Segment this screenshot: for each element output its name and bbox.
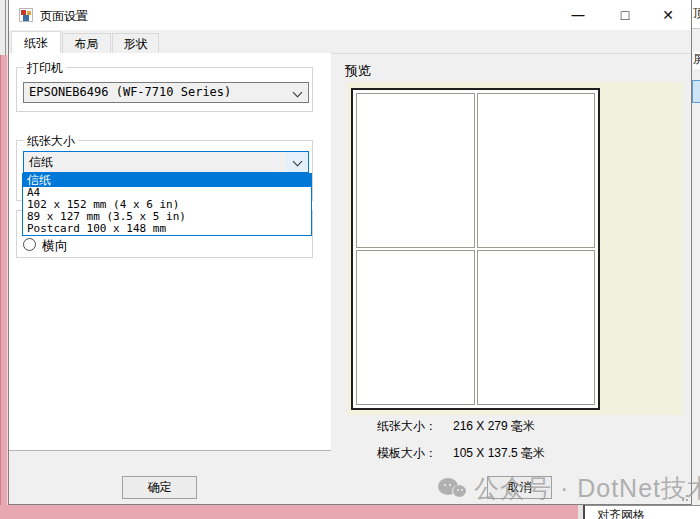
paper-size-info-label: 纸张大小：	[377, 418, 437, 435]
tab-layout[interactable]: 布局	[62, 33, 111, 53]
backdrop-text-fragment-mid: 屏	[693, 52, 700, 69]
printer-combobox[interactable]: EPSONEB6496 (WF-7710 Series)	[23, 82, 309, 103]
tab-shape[interactable]: 形状	[112, 33, 159, 53]
ok-button[interactable]: 确定	[122, 476, 197, 499]
printer-selected-value: EPSONEB6496 (WF-7710 Series)	[29, 85, 231, 99]
dropdown-option[interactable]: Postcard 100 x 148 mm	[23, 223, 311, 235]
cancel-button[interactable]: 取消	[487, 476, 552, 499]
dropdown-option[interactable]: 102 x 152 mm (4 x 6 in)	[23, 199, 311, 211]
preview-paper	[351, 88, 600, 410]
paper-size-info-value: 216 X 279 毫米	[453, 418, 535, 435]
titlebar[interactable]: 页面设置 — □ ✕	[9, 0, 691, 30]
page-setup-dialog: 页面设置 — □ ✕ 纸张 布局 形状 打印机 EPSONEB6496 (WF-…	[8, 0, 692, 505]
template-size-info-label: 模板大小：	[377, 445, 437, 462]
paper-size-selected-value: 信纸	[29, 155, 53, 169]
close-button[interactable]: ✕	[652, 2, 684, 28]
preview-label: 预览	[345, 62, 371, 80]
paper-size-dropdown-list[interactable]: 信纸A4102 x 152 mm (4 x 6 in)89 x 127 mm (…	[22, 173, 312, 236]
dropdown-option[interactable]: 89 x 127 mm (3.5 x 5 in)	[23, 211, 311, 223]
tab-strip: 纸张 布局 形状	[9, 30, 691, 53]
preview-panel	[347, 82, 683, 415]
label-cell	[356, 250, 475, 405]
winforms-app-icon	[19, 8, 33, 22]
backdrop-bottom: 对齐网格	[0, 505, 700, 519]
chevron-down-icon	[293, 88, 303, 98]
template-size-info-value: 105 X 137.5 毫米	[453, 445, 545, 462]
label-cell	[477, 250, 596, 405]
backdrop-toolbox-icon	[692, 80, 700, 103]
minimize-button[interactable]: —	[562, 2, 594, 28]
dropdown-option[interactable]: A4	[23, 187, 311, 199]
paper-size-group-label: 纸张大小	[24, 133, 78, 150]
dialog-title: 页面设置	[40, 8, 88, 25]
backdrop-left-window	[0, 0, 8, 519]
backdrop-left-pink	[0, 55, 8, 519]
preview-grid	[356, 93, 595, 405]
maximize-button[interactable]: □	[609, 2, 641, 28]
grid-snap-label: 对齐网格	[597, 507, 700, 519]
backdrop-grid-snap-box: 对齐网格	[585, 505, 700, 519]
printer-group-label: 打印机	[24, 60, 66, 77]
label-cell	[356, 93, 475, 248]
screen: 顶 屏 对齐网格 页面设置 — □ ✕ 纸张 布局 形状	[0, 0, 700, 519]
backdrop-text-fragment-top: 顶	[693, 6, 700, 22]
backdrop-left-gray	[0, 0, 8, 55]
watermark: 公众号 · DotNet技术匠	[438, 472, 700, 505]
wechat-icon	[438, 476, 470, 502]
paper-size-combobox[interactable]: 信纸	[23, 151, 309, 173]
tab-paper[interactable]: 纸张	[11, 31, 61, 53]
backdrop-right-window: 顶 屏	[692, 0, 700, 519]
label-cell	[477, 93, 596, 248]
resize-grip[interactable]	[679, 492, 688, 501]
dropdown-option[interactable]: 信纸	[23, 174, 311, 187]
